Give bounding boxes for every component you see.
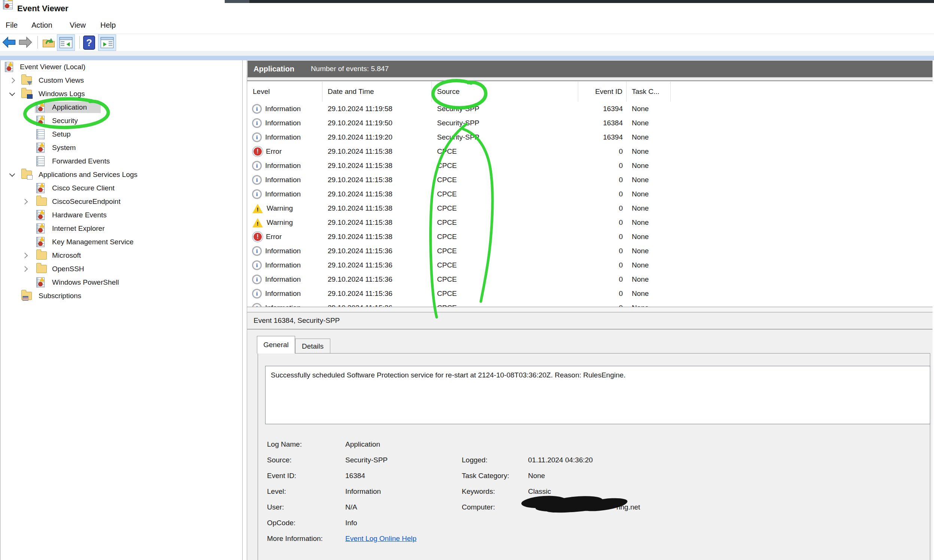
event-row[interactable]: iInformation29.10.2024 11:19:58Security-…: [247, 102, 932, 116]
tree-item-label: Applications and Services Logs: [39, 171, 137, 179]
event-row[interactable]: iInformation29.10.2024 11:15:36CPCE0None: [247, 244, 932, 258]
field-row: Level:InformationKeywords:Classic: [267, 484, 919, 499]
console-tree-toggle-icon[interactable]: [57, 34, 75, 51]
chevron-expanded-icon[interactable]: [9, 171, 15, 177]
event-row[interactable]: iInformation29.10.2024 11:15:36CPCE0None: [247, 258, 932, 272]
forward-icon[interactable]: [19, 37, 32, 48]
band-underline: [247, 77, 932, 81]
cell-task-category: None: [627, 148, 671, 155]
event-row[interactable]: iInformation29.10.2024 11:15:36CPCE0None: [247, 286, 932, 301]
folder-icon: [36, 251, 47, 260]
tree-item-internet-explorer[interactable]: Internet Explorer: [0, 222, 242, 235]
event-log-online-help-link[interactable]: Event Log Online Help: [345, 535, 417, 543]
tree-item-system[interactable]: System: [0, 141, 242, 154]
chevron-collapsed-icon[interactable]: [22, 252, 28, 258]
tab-details[interactable]: Details: [295, 338, 330, 354]
field-value: Info: [345, 519, 357, 527]
back-icon[interactable]: [2, 37, 16, 48]
tree-item-openssh[interactable]: OpenSSH: [0, 262, 242, 276]
toolbar-separator: [79, 36, 80, 49]
cell-source: CPCE: [432, 261, 578, 269]
cell-task-category: None: [627, 190, 671, 198]
tab-general[interactable]: General: [257, 336, 295, 354]
field-value: Security-SPP: [345, 456, 387, 464]
horizontal-splitter[interactable]: [247, 307, 932, 312]
event-row[interactable]: iInformation29.10.2024 11:19:20Security-…: [247, 130, 932, 145]
event-fields: Log Name:ApplicationSource:Security-SPPL…: [267, 437, 919, 546]
information-icon: i: [252, 118, 262, 128]
tree-item-security[interactable]: Security: [0, 114, 242, 128]
chevron-collapsed-icon[interactable]: [22, 266, 28, 272]
cell-date: 29.10.2024 11:15:36: [323, 261, 432, 269]
warning-icon: !: [252, 203, 263, 214]
event-row[interactable]: iInformation29.10.2024 11:15:38CPCE0None: [247, 158, 932, 173]
event-row[interactable]: !Warning29.10.2024 11:15:38CPCE0None: [247, 201, 932, 215]
cell-date: 29.10.2024 11:15:38: [323, 176, 432, 184]
tree-item-label: CiscoSecureEndpoint: [52, 197, 120, 206]
cell-event-id: 0: [578, 162, 627, 170]
tree-item-custom-views[interactable]: Custom Views: [0, 74, 242, 87]
column-header-source[interactable]: Source: [432, 82, 578, 102]
menu-help[interactable]: Help: [100, 21, 116, 29]
tree-item-label: Setup: [52, 130, 71, 138]
cell-level: iInformation: [247, 275, 323, 284]
tree-item-application[interactable]: Application: [0, 101, 242, 114]
action-pane-toggle-icon[interactable]: [98, 34, 116, 51]
tree-item-applications-and-services-logs[interactable]: Applications and Services Logs: [0, 168, 242, 182]
tree-item-event-viewer-local[interactable]: Event Viewer (Local): [0, 60, 242, 74]
level-text: Information: [265, 190, 301, 198]
tree-item-setup[interactable]: Setup: [0, 128, 242, 141]
chevron-expanded-icon[interactable]: [9, 90, 15, 96]
tree-item-key-management-service[interactable]: Key Management Service: [0, 235, 242, 249]
tree-item-forwarded-events[interactable]: Forwarded Events: [0, 154, 242, 168]
tree-item-windows-powershell[interactable]: Windows PowerShell: [0, 276, 242, 289]
help-icon[interactable]: ?: [83, 35, 95, 50]
menu-action[interactable]: Action: [31, 21, 52, 29]
tree-item-microsoft[interactable]: Microsoft: [0, 249, 242, 262]
event-row[interactable]: iInformation29.10.2024 11:15:38CPCE0None: [247, 187, 932, 201]
folder-monitor-icon: [22, 90, 32, 98]
event-row[interactable]: !Warning29.10.2024 11:15:38CPCE0None: [247, 215, 932, 230]
tree-item-label: Cisco Secure Client: [52, 184, 114, 192]
tree-item-windows-logs[interactable]: Windows Logs: [0, 87, 242, 101]
event-row[interactable]: iInformation29.10.2024 11:19:50Security-…: [247, 116, 932, 130]
column-header-level[interactable]: Level: [247, 82, 323, 102]
tree-item-label: Application: [52, 103, 87, 111]
cell-event-id: 0: [578, 218, 627, 227]
column-header-taskcategory[interactable]: Task C...: [627, 82, 671, 102]
column-header-eventid[interactable]: Event ID: [578, 82, 627, 102]
field-row: User:N/AComputer:ring.net: [267, 499, 919, 515]
event-viewer-app-icon: [3, 0, 13, 9]
event-row[interactable]: !Error29.10.2024 11:15:38CPCE0None: [247, 145, 932, 158]
chevron-collapsed-icon[interactable]: [22, 198, 28, 205]
tree-item-cisco-secure-client[interactable]: Cisco Secure Client: [0, 182, 242, 195]
tree-item-subscriptions[interactable]: Subscriptions: [0, 289, 242, 303]
cell-event-id: 0: [578, 190, 627, 198]
menu-view[interactable]: View: [69, 21, 86, 29]
event-row[interactable]: iInformation29.10.2024 11:15:38CPCE0None: [247, 173, 932, 187]
event-row[interactable]: iInformation29.10.2024 11:15:36CPCE0None: [247, 272, 932, 286]
cell-source: CPCE: [432, 204, 578, 212]
field-label: Log Name:: [267, 440, 302, 449]
tree-item-ciscosecureendpoint[interactable]: CiscoSecureEndpoint: [0, 195, 242, 208]
event-row[interactable]: iInformation29.10.2024 11:15:36CPCE0None: [247, 301, 932, 307]
tree-item-label: Security: [52, 117, 78, 125]
field-value: 01.11.2024 04:36:20: [528, 456, 593, 464]
tree-item-hardware-events[interactable]: Hardware Events: [0, 208, 242, 222]
level-text: Error: [266, 148, 282, 155]
tree-item-label: Key Management Service: [52, 238, 134, 246]
field-label: OpCode:: [267, 519, 295, 527]
chevron-collapsed-icon[interactable]: [9, 77, 15, 83]
event-row[interactable]: !Error29.10.2024 11:15:38CPCE0None: [247, 230, 932, 244]
column-header-date[interactable]: Date and Time: [323, 82, 432, 102]
field-row: Event ID:16384Task Category:None: [267, 468, 919, 484]
tree-item-label: Internet Explorer: [52, 225, 105, 233]
cell-level: iInformation: [247, 132, 323, 142]
general-tab-pane: Successfully scheduled Software Protecti…: [258, 353, 930, 560]
log-marks-icon: [36, 103, 45, 112]
cell-source: CPCE: [432, 289, 578, 298]
menu-file[interactable]: File: [6, 21, 18, 29]
level-text: Error: [266, 233, 282, 241]
cell-event-id: 0: [578, 176, 627, 184]
open-saved-log-icon[interactable]: [42, 36, 56, 48]
